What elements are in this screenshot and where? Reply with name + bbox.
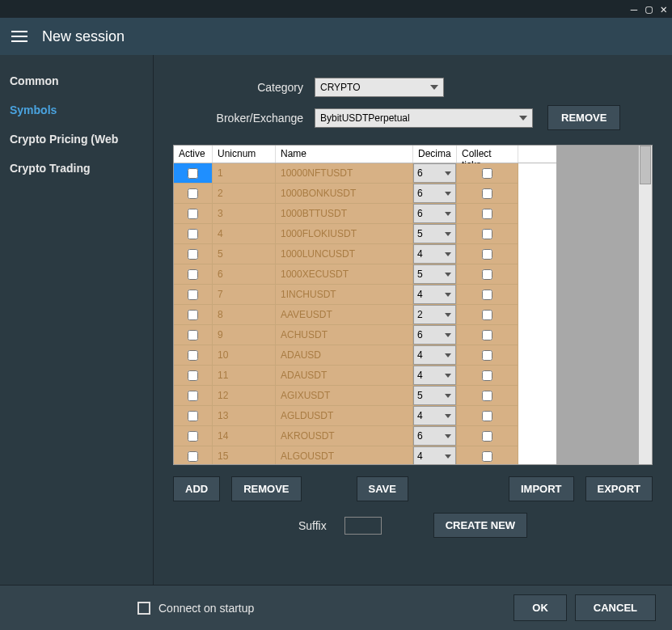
footer: Connect on startup OK CANCEL bbox=[0, 585, 672, 630]
active-checkbox[interactable] bbox=[188, 310, 198, 320]
grid-scrollbar[interactable] bbox=[639, 146, 652, 464]
active-checkbox[interactable] bbox=[188, 451, 198, 462]
active-checkbox[interactable] bbox=[188, 411, 198, 421]
active-checkbox[interactable] bbox=[188, 209, 198, 219]
add-button[interactable]: ADD bbox=[173, 476, 220, 501]
table-row[interactable]: 8AAVEUSDT2 bbox=[174, 305, 556, 325]
ticks-checkbox[interactable] bbox=[482, 411, 492, 421]
ticks-checkbox[interactable] bbox=[482, 269, 492, 280]
table-row[interactable]: 13AGLDUSDT4 bbox=[174, 406, 556, 426]
table-row[interactable]: 14AKROUSDT6 bbox=[174, 426, 556, 446]
cancel-button[interactable]: CANCEL bbox=[575, 594, 656, 621]
minimize-icon[interactable]: — bbox=[631, 3, 637, 15]
sidebar-item-label: Common bbox=[10, 74, 59, 87]
active-checkbox[interactable] bbox=[188, 249, 198, 260]
ticks-checkbox[interactable] bbox=[482, 168, 492, 179]
decimal-select[interactable]: 4 bbox=[413, 366, 456, 385]
decimal-select[interactable]: 6 bbox=[413, 325, 456, 345]
sidebar-item-crypto-trading[interactable]: Crypto Trading bbox=[0, 154, 153, 183]
ticks-checkbox[interactable] bbox=[482, 431, 492, 442]
active-checkbox[interactable] bbox=[188, 391, 198, 401]
table-row[interactable]: 71INCHUSDT4 bbox=[174, 285, 556, 305]
active-checkbox[interactable] bbox=[188, 330, 198, 340]
category-select[interactable]: CRYPTO bbox=[315, 78, 444, 97]
ticks-checkbox[interactable] bbox=[482, 209, 492, 219]
cell-name: 1000BTTUSDT bbox=[276, 204, 413, 224]
decimal-select[interactable]: 4 bbox=[413, 345, 456, 365]
close-icon[interactable]: ✕ bbox=[661, 3, 667, 15]
ticks-checkbox[interactable] bbox=[482, 451, 492, 462]
decimal-select[interactable]: 6 bbox=[413, 184, 456, 203]
maximize-icon[interactable]: ▢ bbox=[645, 3, 652, 15]
suffix-input[interactable] bbox=[344, 517, 382, 535]
table-row[interactable]: 11ADAUSDT4 bbox=[174, 366, 556, 386]
export-button[interactable]: EXPORT bbox=[585, 476, 653, 501]
table-row[interactable]: 61000XECUSDT5 bbox=[174, 264, 556, 285]
broker-select[interactable]: BybitUSDTPerpetual bbox=[315, 108, 533, 128]
create-new-button[interactable]: CREATE NEW bbox=[433, 513, 527, 538]
decimal-select[interactable]: 6 bbox=[413, 163, 456, 183]
remove-broker-button[interactable]: REMOVE bbox=[547, 105, 620, 130]
cell-decimal: 6 bbox=[413, 204, 457, 224]
table-row[interactable]: 12AGIXUSDT5 bbox=[174, 386, 556, 406]
ticks-checkbox[interactable] bbox=[482, 188, 492, 199]
table-row[interactable]: 10ADAUSD4 bbox=[174, 345, 556, 366]
active-checkbox[interactable] bbox=[188, 269, 198, 280]
table-row[interactable]: 15ALGOUSDT4 bbox=[174, 446, 556, 464]
decimal-select[interactable]: 4 bbox=[413, 446, 456, 464]
ticks-checkbox[interactable] bbox=[482, 391, 492, 401]
ticks-checkbox[interactable] bbox=[482, 229, 492, 239]
col-unicnum[interactable]: Unicnum bbox=[213, 146, 276, 163]
cell-ticks bbox=[457, 366, 518, 386]
ok-button[interactable]: OK bbox=[514, 594, 567, 621]
remove-button[interactable]: REMOVE bbox=[231, 476, 301, 501]
table-row[interactable]: 110000NFTUSDT6 bbox=[174, 163, 556, 184]
decimal-select[interactable]: 4 bbox=[413, 285, 456, 304]
sidebar-item-crypto-pricing[interactable]: Crypto Pricing (Web bbox=[0, 125, 153, 154]
active-checkbox[interactable] bbox=[188, 168, 198, 179]
symbols-grid: Active Unicnum Name Decima Collect ticks… bbox=[173, 145, 653, 465]
col-name[interactable]: Name bbox=[276, 146, 413, 163]
import-button[interactable]: IMPORT bbox=[509, 476, 574, 501]
cell-name: 10000NFTUSDT bbox=[276, 163, 413, 184]
active-checkbox[interactable] bbox=[188, 431, 198, 442]
active-checkbox[interactable] bbox=[188, 350, 198, 361]
table-row[interactable]: 51000LUNCUSDT4 bbox=[174, 244, 556, 264]
ticks-checkbox[interactable] bbox=[482, 310, 492, 320]
col-active[interactable]: Active bbox=[174, 146, 213, 163]
decimal-select[interactable]: 2 bbox=[413, 305, 456, 324]
cell-ticks bbox=[457, 163, 518, 184]
ticks-checkbox[interactable] bbox=[482, 350, 492, 361]
col-ticks[interactable]: Collect ticks bbox=[457, 146, 518, 163]
col-decimal[interactable]: Decima bbox=[413, 146, 457, 163]
table-row[interactable]: 41000FLOKIUSDT5 bbox=[174, 224, 556, 244]
sidebar-item-common[interactable]: Common bbox=[0, 66, 153, 95]
decimal-select[interactable]: 6 bbox=[413, 426, 456, 446]
sidebar-item-symbols[interactable]: Symbols bbox=[0, 95, 153, 125]
active-checkbox[interactable] bbox=[188, 188, 198, 199]
checkbox-icon[interactable] bbox=[137, 602, 150, 615]
sidebar-item-label: Symbols bbox=[10, 104, 57, 116]
connect-on-startup[interactable]: Connect on startup bbox=[137, 602, 254, 615]
scrollbar-thumb[interactable] bbox=[640, 146, 651, 184]
table-row[interactable]: 9ACHUSDT6 bbox=[174, 325, 556, 345]
active-checkbox[interactable] bbox=[188, 290, 198, 300]
ticks-checkbox[interactable] bbox=[482, 290, 492, 300]
active-checkbox[interactable] bbox=[188, 370, 198, 381]
menu-icon[interactable] bbox=[11, 31, 27, 42]
save-button[interactable]: SAVE bbox=[357, 476, 408, 501]
decimal-select[interactable]: 6 bbox=[413, 204, 456, 223]
decimal-select[interactable]: 5 bbox=[413, 264, 456, 284]
suffix-label: Suffix bbox=[298, 519, 327, 532]
table-row[interactable]: 31000BTTUSDT6 bbox=[174, 204, 556, 224]
decimal-select[interactable]: 5 bbox=[413, 386, 456, 405]
decimal-select[interactable]: 4 bbox=[413, 244, 456, 264]
ticks-checkbox[interactable] bbox=[482, 330, 492, 340]
ticks-checkbox[interactable] bbox=[482, 249, 492, 260]
table-row[interactable]: 21000BONKUSDT6 bbox=[174, 184, 556, 204]
decimal-select[interactable]: 4 bbox=[413, 406, 456, 425]
ticks-checkbox[interactable] bbox=[482, 370, 492, 381]
decimal-select[interactable]: 5 bbox=[413, 224, 456, 243]
active-checkbox[interactable] bbox=[188, 229, 198, 239]
suffix-row: Suffix CREATE NEW bbox=[154, 505, 672, 554]
